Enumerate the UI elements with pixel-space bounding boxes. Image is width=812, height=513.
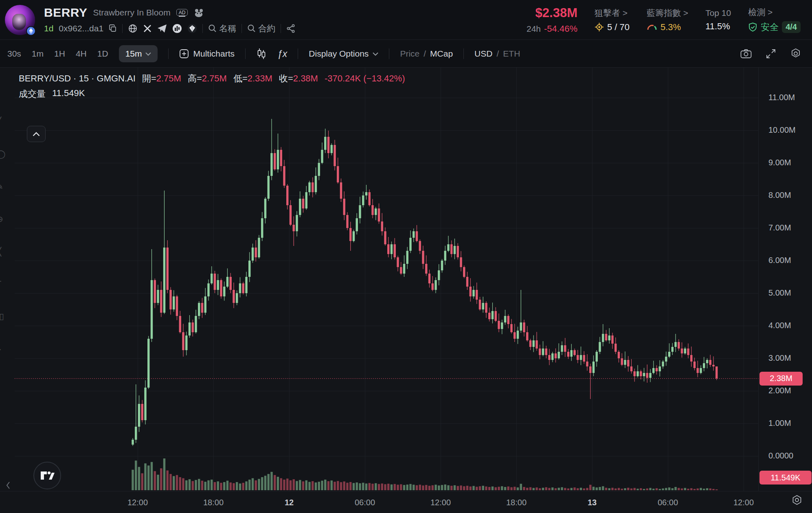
volume-bar xyxy=(672,488,674,490)
fullscreen-expand-icon[interactable] xyxy=(766,48,776,59)
candle-body xyxy=(169,290,171,309)
token-header: BERRY Strawberry In Bloom AD 1d 0x962...… xyxy=(0,0,812,40)
series-title[interactable]: BERRY/USD · 15 · GMGN.AI xyxy=(19,73,136,84)
chart-settings-gear-icon[interactable] xyxy=(790,48,801,59)
volume-bar xyxy=(656,488,658,490)
volume-bar xyxy=(371,484,373,490)
volume-bar xyxy=(315,482,317,490)
interval-1m[interactable]: 1m xyxy=(32,49,44,59)
left-panel-collapse-icon[interactable] xyxy=(6,481,11,489)
chevron-down-icon xyxy=(145,52,151,56)
candle-body xyxy=(523,322,525,332)
volume-bar xyxy=(147,465,149,490)
chart-area[interactable]: BERRY/USD · 15 · GMGN.AI 開=2.75M 高=2.75M… xyxy=(0,68,812,513)
time-axis-label: 12:00 xyxy=(733,491,754,513)
volume-bar xyxy=(239,484,241,490)
interval-1d[interactable]: 1D xyxy=(97,49,108,59)
volume-bar xyxy=(331,480,333,490)
volume-bar xyxy=(533,488,535,490)
bluechip-stat[interactable]: 藍籌指數 > 5.3% xyxy=(647,7,688,33)
volume-bar xyxy=(324,480,326,490)
legend-collapse-button[interactable] xyxy=(27,126,46,142)
price-axis[interactable]: 11.00M10.00M9.00M8.00M7.00M6.00M5.00M4.0… xyxy=(758,68,812,491)
share-icon[interactable] xyxy=(286,24,295,33)
volume-bar xyxy=(492,487,494,490)
audit-stat[interactable]: 檢測 > 安全 4/4 xyxy=(748,7,801,33)
volume-bar xyxy=(252,478,254,490)
interval-30s[interactable]: 30s xyxy=(7,49,21,59)
change-24h-value: -54.46% xyxy=(544,24,577,34)
volume-bar xyxy=(649,488,651,490)
axis-settings-gear-icon[interactable] xyxy=(791,494,803,506)
price-option[interactable]: Price xyxy=(400,49,419,59)
volume-bar xyxy=(504,487,506,490)
legend-high: 2.75M xyxy=(202,73,227,83)
drawing-toolbar-fragment[interactable]: ╱◯✎⊕╳T◫⌁ xyxy=(0,116,9,491)
volume-bar xyxy=(185,480,187,490)
current-price-tag: 2.38M xyxy=(759,372,803,386)
candle-body xyxy=(589,366,591,373)
analytics-icon[interactable] xyxy=(172,24,182,33)
usd-eth-toggle[interactable]: USD / ETH xyxy=(474,49,520,59)
token-avatar[interactable] xyxy=(5,5,35,35)
candle-body xyxy=(371,205,373,215)
gem-icon[interactable] xyxy=(187,24,197,33)
candle-body xyxy=(248,261,250,277)
candle-body xyxy=(245,277,247,293)
volume-bar xyxy=(245,481,247,490)
time-axis-label: 18:00 xyxy=(506,491,527,513)
token-address[interactable]: 0x962...da1 xyxy=(59,24,103,33)
candle-style-button[interactable] xyxy=(256,48,267,59)
telegram-icon[interactable] xyxy=(157,24,167,33)
interval-4h[interactable]: 4H xyxy=(76,49,87,59)
price-axis-label: 9.00M xyxy=(768,158,791,167)
volume-bar xyxy=(283,480,285,490)
top10-stat[interactable]: Top 10 11.5% xyxy=(705,8,731,32)
volume-bar xyxy=(223,482,225,490)
interval-selector-15m[interactable]: 15m xyxy=(119,45,158,62)
interval-1h[interactable]: 1H xyxy=(54,49,65,59)
volume-bar xyxy=(293,479,295,490)
multicharts-button[interactable]: Multicharts xyxy=(179,49,235,59)
price-mcap-toggle[interactable]: Price / MCap xyxy=(400,49,453,59)
time-axis-label: 06:00 xyxy=(658,491,678,513)
volume-bar xyxy=(435,484,437,490)
candle-body xyxy=(163,248,165,313)
website-globe-icon[interactable] xyxy=(128,24,138,33)
candle-body xyxy=(167,248,169,290)
volume-bar xyxy=(589,485,591,490)
volume-bar xyxy=(693,489,696,490)
candle-body xyxy=(302,199,304,208)
chart-toolbar: 30s 1m 1H 4H 1D 15m Multicharts ƒx Displ… xyxy=(0,40,812,68)
candle-body xyxy=(432,283,434,290)
volume-bar xyxy=(340,482,342,490)
mcap-option[interactable]: MCap xyxy=(430,49,453,59)
candle-body xyxy=(207,283,209,296)
candle-body xyxy=(583,355,585,362)
candle-body xyxy=(147,339,149,388)
copy-icon[interactable] xyxy=(109,24,117,33)
display-options-dropdown[interactable]: Display Options xyxy=(309,49,378,59)
eth-option[interactable]: ETH xyxy=(503,49,520,59)
indicators-fx-button[interactable]: ƒx xyxy=(277,48,287,59)
screenshot-camera-icon[interactable] xyxy=(740,49,752,59)
volume-bar xyxy=(624,488,626,490)
x-twitter-icon[interactable] xyxy=(143,24,152,33)
sniper-stat[interactable]: 狙擊者 > 5 / 70 xyxy=(595,7,630,33)
volume-bar xyxy=(690,488,692,490)
audit-shield-icon xyxy=(748,22,757,32)
candle-body xyxy=(706,360,708,363)
candle-body xyxy=(242,283,244,293)
time-axis[interactable]: 12:0018:001206:0012:0018:001306:0012:00 xyxy=(0,491,812,513)
candlestick-chart[interactable] xyxy=(0,68,812,513)
usd-option[interactable]: USD xyxy=(474,49,492,59)
search-by-name[interactable]: 名稱 xyxy=(208,23,236,34)
search-by-contract[interactable]: 合約 xyxy=(247,23,275,34)
tradingview-logo[interactable] xyxy=(33,462,61,489)
candle-body xyxy=(268,176,270,199)
candle-body xyxy=(580,355,582,360)
candle-body xyxy=(542,349,544,355)
candle-body xyxy=(555,353,557,358)
volume-bar xyxy=(220,483,222,490)
volume-bar xyxy=(160,468,162,490)
